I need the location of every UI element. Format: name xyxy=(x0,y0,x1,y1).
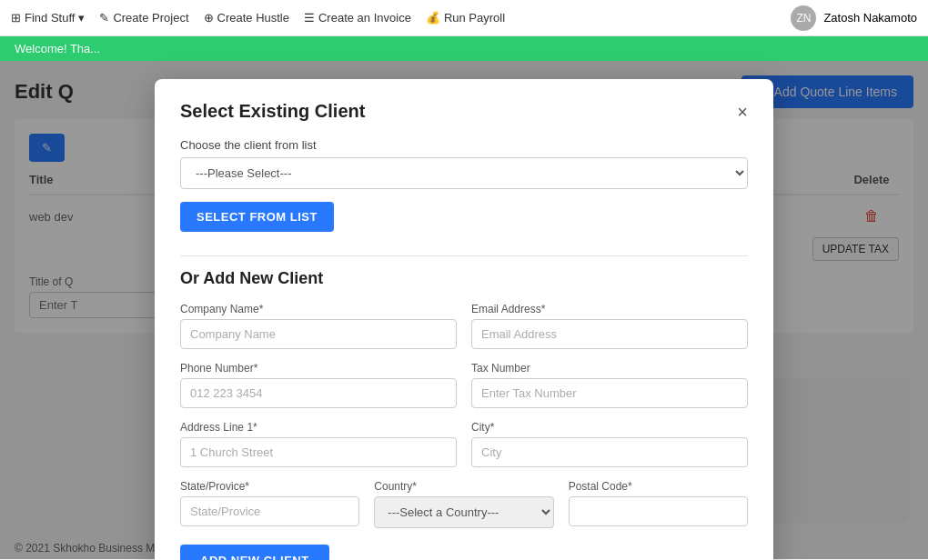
client-dropdown[interactable]: ---Please Select--- xyxy=(180,157,748,189)
hustle-icon: ⊕ xyxy=(204,11,214,25)
city-group: City* xyxy=(471,421,748,467)
nav-find-stuff[interactable]: ⊞ Find Stuff ▾ xyxy=(11,11,85,25)
state-group: State/Provice* xyxy=(180,480,359,528)
modal-overlay: Select Existing Client × Choose the clie… xyxy=(0,61,928,559)
nav-create-hustle[interactable]: ⊕ Create Hustle xyxy=(204,11,289,25)
select-from-list-button[interactable]: SELECT FROM LIST xyxy=(180,202,334,232)
email-address-group: Email Address* xyxy=(471,303,748,349)
main-content: Edit Q ✎ Add Quote Line Items ✎ Title De… xyxy=(0,61,928,559)
email-label: Email Address* xyxy=(471,303,748,315)
top-nav: ⊞ Find Stuff ▾ ✎ Create Project ⊕ Create… xyxy=(0,0,928,36)
form-row-4: State/Provice* Country* ---Select a Coun… xyxy=(180,480,748,528)
user-name: Zatosh Nakamoto xyxy=(823,11,917,25)
address-label: Address Line 1* xyxy=(180,421,457,434)
modal: Select Existing Client × Choose the clie… xyxy=(155,79,773,560)
nav-run-payroll[interactable]: 💰 Run Payroll xyxy=(426,11,505,25)
pencil-icon: ✎ xyxy=(99,11,109,25)
country-group: Country* ---Select a Country--- xyxy=(374,480,553,528)
nav-create-invoice[interactable]: ☰ Create an Invoice xyxy=(304,11,411,25)
phone-input[interactable] xyxy=(180,378,457,408)
city-label: City* xyxy=(471,421,748,434)
state-label: State/Provice* xyxy=(180,480,359,493)
address-group: Address Line 1* xyxy=(180,421,457,467)
tax-label: Tax Number xyxy=(471,362,748,375)
grid-icon: ⊞ xyxy=(11,11,21,25)
company-name-group: Company Name* xyxy=(180,303,457,349)
add-new-client-title: Or Add New Client xyxy=(180,269,748,288)
form-row-2: Phone Number* Tax Number xyxy=(180,362,748,408)
chevron-icon: ▾ xyxy=(78,11,85,25)
welcome-bar: Welcome! Tha... xyxy=(0,36,928,61)
tax-input[interactable] xyxy=(471,378,748,408)
company-name-label: Company Name* xyxy=(180,303,457,315)
avatar: ZN xyxy=(791,5,816,31)
phone-label: Phone Number* xyxy=(180,362,457,375)
company-name-input[interactable] xyxy=(180,319,457,349)
divider xyxy=(180,255,748,256)
form-row-3: Address Line 1* City* xyxy=(180,421,748,467)
modal-title: Select Existing Client xyxy=(180,101,365,122)
form-row-1: Company Name* Email Address* xyxy=(180,303,748,349)
state-input[interactable] xyxy=(180,496,359,526)
phone-group: Phone Number* xyxy=(180,362,457,408)
add-new-client-button[interactable]: ADD NEW CLIENT xyxy=(180,545,329,560)
postal-group: Postal Code* xyxy=(569,480,748,528)
modal-close-button[interactable]: × xyxy=(737,103,748,121)
country-label: Country* xyxy=(374,480,553,493)
tax-number-group: Tax Number xyxy=(471,362,748,408)
invoice-icon: ☰ xyxy=(304,11,315,25)
choose-label: Choose the client from list xyxy=(180,138,748,152)
city-input[interactable] xyxy=(471,437,748,467)
email-input[interactable] xyxy=(471,319,748,349)
postal-input[interactable] xyxy=(569,496,748,526)
user-menu[interactable]: ZN Zatosh Nakamoto xyxy=(791,5,917,31)
payroll-icon: 💰 xyxy=(426,11,440,25)
country-select[interactable]: ---Select a Country--- xyxy=(374,496,553,528)
address-input[interactable] xyxy=(180,437,457,467)
postal-label: Postal Code* xyxy=(569,480,748,493)
modal-header: Select Existing Client × xyxy=(180,101,748,122)
nav-create-project[interactable]: ✎ Create Project xyxy=(99,11,188,25)
